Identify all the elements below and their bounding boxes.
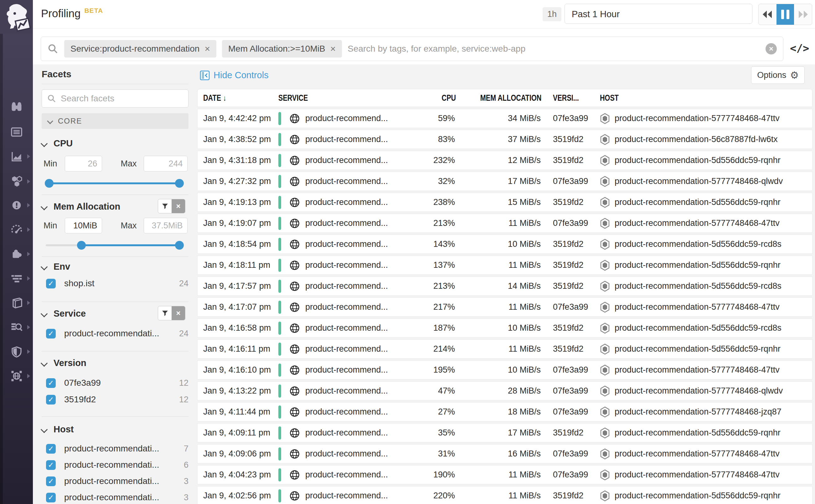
slider-track-active xyxy=(81,244,183,246)
filter-clear-button[interactable]: × xyxy=(171,306,185,320)
code-view-icon[interactable]: </> xyxy=(790,42,809,54)
cpu-range-slider[interactable] xyxy=(46,179,183,188)
search-tag-service[interactable]: Service:product-recommendation × xyxy=(64,40,217,58)
table-row[interactable]: Jan 9, 4:16:10 pm product-recommend... xyxy=(197,360,812,379)
facet-section-cpu[interactable]: CPU xyxy=(42,138,188,149)
column-header-version[interactable]: VERSI... xyxy=(553,93,590,103)
facet-title: Mem Allocation xyxy=(53,201,120,212)
facet-item[interactable]: ✓ 07fe3a99 12 xyxy=(46,377,188,389)
facet-group-core[interactable]: CORE xyxy=(42,113,188,129)
facet-item[interactable]: ✓ shop.ist 24 xyxy=(46,277,188,290)
search-placeholder[interactable]: Search by tags, for example, service:web… xyxy=(348,44,525,54)
table-row[interactable]: Jan 9, 4:11:44 pm product-recommend... xyxy=(197,402,812,421)
table-row[interactable]: Jan 9, 4:18:54 pm product-recommend... xyxy=(197,235,812,254)
table-row[interactable]: Jan 9, 4:04:23 pm product-recommend... xyxy=(197,465,812,484)
facet-item[interactable]: ✓ product-recommendati... 7 xyxy=(46,442,188,455)
checkbox-checked[interactable]: ✓ xyxy=(46,493,56,502)
table-row[interactable]: Jan 9, 4:13:22 pm product-recommend... xyxy=(197,381,812,400)
filter-funnel-button[interactable] xyxy=(158,306,171,320)
slider-handle-min[interactable] xyxy=(45,179,53,188)
filter-clear-button[interactable]: × xyxy=(171,199,185,213)
cell-version: 07fe3a99 xyxy=(553,114,600,123)
facet-item[interactable]: ✓ 3519fd2 12 xyxy=(46,393,188,406)
checkbox-checked[interactable]: ✓ xyxy=(46,444,56,454)
globe-icon xyxy=(289,155,300,166)
facet-section-host[interactable]: Host xyxy=(42,424,188,435)
table-row[interactable]: Jan 9, 4:17:07 pm product-recommend... xyxy=(197,298,812,317)
facet-item[interactable]: ✓ product-recommendati... 6 xyxy=(46,459,188,471)
time-preset-badge[interactable]: 1h xyxy=(542,7,561,21)
sort-descending-icon[interactable]: ↓ xyxy=(223,94,227,102)
checkbox-checked[interactable]: ✓ xyxy=(46,378,56,388)
search-tag-mem-allocation[interactable]: Mem Allocation:>=10MiB × xyxy=(222,40,342,58)
facet-item[interactable]: ✓ product-recommendati... 24 xyxy=(46,327,188,340)
nav-monitors[interactable] xyxy=(0,198,33,213)
facet-item[interactable]: ✓ product-recommendati... 3 xyxy=(46,491,188,504)
checkbox-checked[interactable]: ✓ xyxy=(46,395,56,405)
slider-handle-max[interactable] xyxy=(175,241,184,250)
table-row[interactable]: Jan 9, 4:16:58 pm product-recommend... xyxy=(197,318,812,338)
table-row[interactable]: Jan 9, 4:27:32 pm product-recommend... xyxy=(197,172,812,191)
table-row[interactable]: Jan 9, 4:17:57 pm product-recommend... xyxy=(197,277,812,296)
checkbox-checked[interactable]: ✓ xyxy=(46,460,56,470)
table-row[interactable]: Jan 9, 4:09:06 pm product-recommend... xyxy=(197,444,812,463)
globe-icon xyxy=(289,302,300,313)
nav-watchdog[interactable] xyxy=(0,99,33,115)
table-row[interactable]: Jan 9, 4:18:11 pm product-recommend... xyxy=(197,256,812,275)
nav-infrastructure[interactable] xyxy=(0,174,33,189)
column-header-service[interactable]: SERVICE xyxy=(278,93,362,103)
cell-cpu: 83% xyxy=(383,135,460,144)
table-row[interactable]: Jan 9, 4:38:52 pm product-recommend... xyxy=(197,130,812,149)
fast-forward-button[interactable] xyxy=(794,4,812,25)
column-header-mem-allocation[interactable]: MEM ALLOCATION xyxy=(477,93,544,103)
table-row[interactable]: Jan 9, 4:19:13 pm product-recommend... xyxy=(197,193,812,212)
nav-pipelines[interactable] xyxy=(0,271,33,286)
remove-tag-icon[interactable]: × xyxy=(330,43,336,54)
facet-item[interactable]: ✓ product-recommendati... 3 xyxy=(46,475,188,487)
table-row[interactable]: Jan 9, 4:16:11 pm product-recommend... xyxy=(197,339,812,359)
table-row[interactable]: Jan 9, 4:02:56 pm product-recommend... xyxy=(197,486,812,504)
datadog-logo[interactable] xyxy=(0,0,33,34)
rewind-button[interactable] xyxy=(759,4,777,25)
mem-max-input[interactable]: 37.5MiB xyxy=(144,218,187,233)
facet-section-version[interactable]: Version xyxy=(42,358,188,368)
table-row[interactable]: Jan 9, 4:19:07 pm product-recommend... xyxy=(197,214,812,233)
column-header-host[interactable]: HOST xyxy=(600,93,770,103)
table-row[interactable]: Jan 9, 4:31:18 pm product-recommend... xyxy=(197,151,812,170)
nav-security[interactable] xyxy=(0,344,33,359)
options-button[interactable]: Options ⚙ xyxy=(751,66,805,84)
slider-handle-min[interactable] xyxy=(77,241,86,250)
column-header-date[interactable]: DATE↓ xyxy=(203,93,263,103)
filter-funnel-button[interactable] xyxy=(158,199,171,213)
nav-notebooks[interactable] xyxy=(0,295,33,310)
facet-section-service[interactable]: Service × xyxy=(42,308,188,319)
checkbox-checked[interactable]: ✓ xyxy=(46,279,56,288)
remove-tag-icon[interactable]: × xyxy=(205,43,210,54)
table-row[interactable]: Jan 9, 4:09:11 pm product-recommend... xyxy=(197,423,812,442)
nav-integrations[interactable] xyxy=(0,247,33,262)
checkbox-checked[interactable]: ✓ xyxy=(46,476,56,486)
cpu-max-input[interactable]: 244 xyxy=(144,156,187,171)
nav-events[interactable] xyxy=(0,125,33,140)
nav-metrics[interactable] xyxy=(0,149,33,164)
nav-synthetics[interactable] xyxy=(0,369,33,384)
facet-title: Version xyxy=(53,358,86,368)
table-row[interactable]: Jan 9, 4:42:42 pm product-recommend... xyxy=(197,109,812,128)
clear-search-icon[interactable]: × xyxy=(766,43,777,54)
facet-search-input[interactable]: Search facets xyxy=(42,89,188,108)
checkbox-checked[interactable]: ✓ xyxy=(46,329,56,339)
cpu-min-input[interactable]: 26 xyxy=(65,156,102,171)
cell-cpu: 232% xyxy=(383,155,460,165)
slider-handle-max[interactable] xyxy=(175,179,184,188)
facet-section-mem-allocation[interactable]: Mem Allocation × xyxy=(42,201,188,212)
pause-button[interactable] xyxy=(777,4,794,25)
tag-search-bar[interactable]: Service:product-recommendation × Mem All… xyxy=(41,37,783,61)
nav-apm[interactable] xyxy=(0,222,33,237)
nav-log-search[interactable] xyxy=(0,320,33,335)
hide-controls-link[interactable]: Hide Controls xyxy=(200,70,269,80)
mem-min-input[interactable]: 10MiB xyxy=(65,218,102,233)
time-range-selector[interactable]: Past 1 Hour xyxy=(564,4,752,24)
column-header-cpu[interactable]: CPU xyxy=(399,93,460,103)
facet-section-env[interactable]: Env xyxy=(42,262,188,272)
mem-range-slider[interactable] xyxy=(46,241,183,250)
